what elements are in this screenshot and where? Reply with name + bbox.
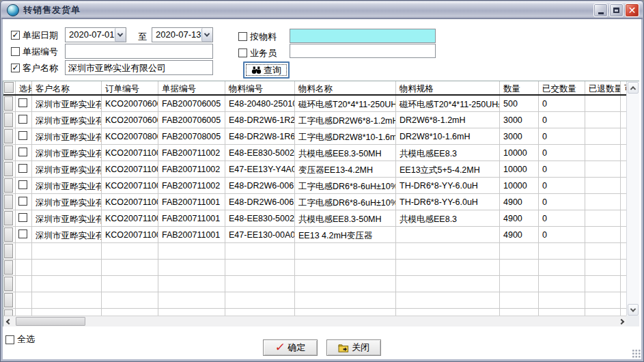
cell-material_no: E48-EE830-50020 — [225, 210, 295, 226]
date-from-combo[interactable]: 2020-07-01 — [65, 27, 126, 42]
table-row: 深圳市亚晔实业有限公司KCO20071100FAB200711001E48-EE… — [3, 210, 627, 227]
cell-material_no: E47-EE13Y-Y4A00 — [225, 161, 295, 177]
date-from-dropdown-button[interactable] — [115, 28, 126, 42]
row-indicator[interactable] — [3, 243, 16, 259]
table-row: 深圳市亚晔实业有限公司KCO20071100FAB200711002E48-EE… — [3, 145, 627, 161]
cell-order_no: KCO20070600 — [102, 112, 158, 128]
cell-spec: EE13立式5+5-4.2MH — [396, 161, 500, 177]
column-header-order_no[interactable]: 订单编号 — [102, 81, 158, 94]
row-indicator[interactable] — [3, 96, 16, 111]
row-indicator[interactable] — [3, 145, 16, 161]
docno-input[interactable] — [65, 44, 213, 59]
date-filter-checkbox[interactable] — [11, 31, 20, 40]
material-filter-label: 按物料 — [250, 31, 277, 43]
cell-material_name: EE13 4.2mH变压器 — [295, 227, 396, 242]
horizontal-scroll-thumb[interactable] — [16, 317, 85, 326]
row-indicator[interactable] — [3, 178, 16, 193]
docno-filter-checkbox[interactable] — [11, 47, 20, 56]
horizontal-scrollbar[interactable] — [3, 316, 627, 326]
cell-material_no: E48-DR2W6-1R2 — [225, 112, 295, 128]
scroll-down-button[interactable] — [628, 304, 639, 316]
vertical-scrollbar[interactable] — [626, 81, 639, 316]
scroll-right-button[interactable] — [616, 317, 627, 326]
column-header-spec[interactable]: 物料规格 — [396, 81, 500, 94]
maximize-button[interactable] — [609, 3, 624, 17]
date-to-dropdown-button[interactable] — [201, 28, 213, 42]
salesman-filter-checkbox[interactable] — [238, 48, 247, 57]
close-button[interactable]: ✕ — [625, 3, 639, 17]
row-checkbox[interactable] — [18, 197, 27, 206]
row-indicator[interactable] — [3, 292, 16, 308]
filter-customer-row: 客户名称 — [11, 61, 58, 75]
ok-button[interactable]: ✓ 确定 — [263, 339, 318, 356]
cell-sel — [16, 178, 32, 193]
customer-input[interactable]: 深圳市亚晔实业有限公司 — [65, 60, 213, 75]
search-button[interactable]: 查询 — [243, 61, 290, 79]
cell-customer: 深圳市亚晔实业有限公司 — [32, 128, 102, 144]
material-filter-checkbox[interactable] — [238, 32, 247, 41]
maximize-icon — [613, 8, 619, 13]
row-indicator[interactable] — [3, 227, 16, 242]
empty-cell — [539, 260, 585, 275]
row-checkbox[interactable] — [18, 131, 27, 140]
close-dialog-button[interactable]: 关闭 — [326, 339, 381, 356]
row-checkbox[interactable] — [18, 180, 27, 189]
row-checkbox[interactable] — [18, 148, 27, 156]
column-header-qty[interactable]: 数量 — [500, 81, 539, 94]
column-header-sel[interactable]: 选择 — [16, 81, 32, 94]
empty-cell — [539, 243, 585, 259]
customer-filter-checkbox[interactable] — [11, 64, 20, 72]
minimize-button[interactable] — [593, 3, 608, 17]
cell-qty: 3000 — [500, 128, 539, 144]
cell-material_no: E48-EE830-50020 — [225, 145, 295, 161]
row-indicator[interactable] — [3, 260, 16, 275]
row-checkbox[interactable] — [18, 164, 27, 173]
column-header-delivered_qty[interactable]: 已交数量 — [539, 81, 585, 94]
cell-delivered_qty: 0 — [539, 128, 585, 144]
column-header-material_no[interactable]: 物料编号 — [225, 81, 295, 94]
empty-cell — [32, 260, 102, 275]
row-indicator[interactable] — [3, 194, 16, 210]
results-grid: 选择客户名称订单编号单据编号物料编号物料名称物料规格数量已交数量已退数量可深圳市… — [3, 81, 639, 326]
row-checkbox[interactable] — [18, 115, 27, 124]
empty-cell — [585, 243, 621, 259]
row-checkbox[interactable] — [18, 229, 27, 238]
empty-cell — [102, 243, 158, 259]
cell-sel — [16, 210, 32, 226]
cell-doc_no: FAB200711002 — [158, 178, 225, 193]
row-indicator[interactable] — [3, 276, 16, 292]
date-to-combo[interactable]: 2020-07-13 — [152, 27, 213, 42]
search-button-label: 查询 — [264, 64, 281, 76]
row-checkbox[interactable] — [18, 213, 27, 222]
row-checkbox[interactable] — [18, 98, 27, 107]
row-indicator[interactable] — [3, 210, 16, 226]
cell-sel — [16, 194, 32, 210]
empty-cell — [158, 276, 225, 292]
row-indicator[interactable] — [3, 128, 16, 144]
column-header-customer[interactable]: 客户名称 — [32, 81, 102, 94]
cell-returned_qty — [585, 145, 621, 161]
column-header-doc_no[interactable]: 单据编号 — [158, 81, 225, 94]
column-header-material_name[interactable]: 物料名称 — [295, 81, 396, 94]
scroll-left-button[interactable] — [3, 317, 14, 326]
cell-material_name: 共模电感EE8.3-50MH — [295, 210, 396, 226]
empty-cell — [500, 243, 539, 259]
cell-doc_no: FAB200711001 — [158, 210, 225, 226]
select-all-checkbox[interactable] — [5, 335, 14, 344]
cell-order_no: KCO20071100 — [102, 145, 158, 161]
empty-cell — [295, 292, 396, 308]
row-indicator[interactable] — [3, 112, 16, 128]
scroll-up-button[interactable] — [628, 82, 639, 94]
empty-cell — [295, 243, 396, 259]
cell-material_name: 工字电感DR2W6*8-1.2mH±10% — [295, 112, 396, 128]
cell-delivered_qty: 0 — [539, 210, 585, 226]
column-header-returned_qty[interactable]: 已退数量 — [585, 81, 621, 94]
material-input[interactable] — [290, 29, 436, 43]
empty-cell — [539, 276, 585, 292]
resize-grip[interactable] — [632, 349, 641, 358]
table-row: 深圳市亚晔实业有限公司KCO20071100FAB200711002E48-DR… — [3, 178, 627, 194]
row-indicator[interactable] — [3, 161, 16, 177]
check-icon: ✓ — [275, 342, 285, 353]
salesman-input[interactable] — [290, 44, 436, 58]
empty-cell — [225, 243, 295, 259]
